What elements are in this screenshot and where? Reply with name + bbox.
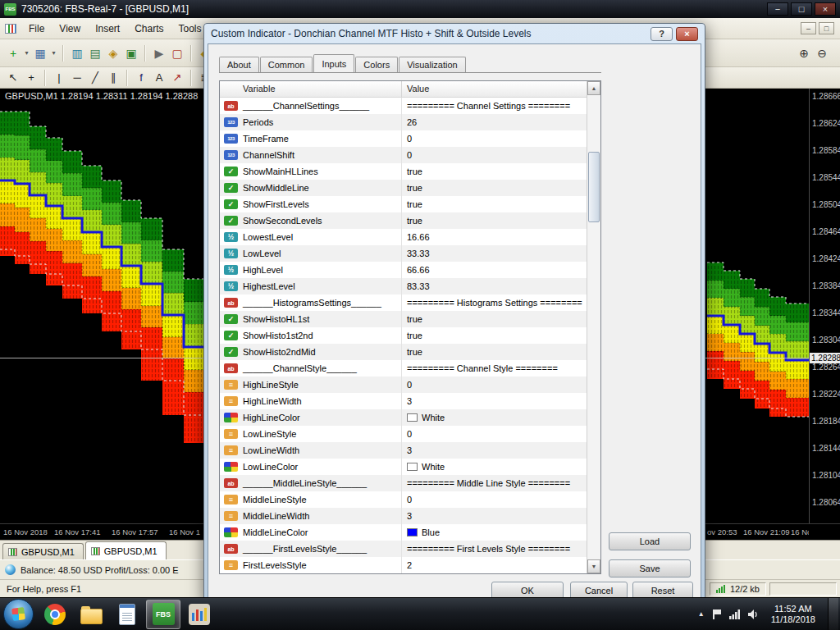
menu-item-file[interactable]: File (21, 20, 52, 38)
dialog-close-button[interactable]: × (676, 27, 698, 41)
action-center-flag-icon[interactable] (712, 609, 722, 619)
column-header-value[interactable]: Value (402, 81, 587, 97)
value-cell[interactable]: White (402, 409, 587, 426)
value-cell[interactable]: 0 (402, 377, 587, 393)
input-row[interactable]: ✓ShowHistoHL1sttrue (220, 311, 587, 327)
input-row[interactable]: ≡HighLineWidth3 (220, 393, 587, 409)
column-header-variable[interactable]: Variable (220, 81, 402, 97)
input-row[interactable]: ✓ShowHisto1st2ndtrue (220, 327, 587, 344)
menu-item-view[interactable]: View (52, 20, 88, 38)
value-cell[interactable]: ========= Histograms Settings ======== (402, 294, 587, 311)
vertical-line-icon[interactable]: | (50, 70, 68, 86)
input-row[interactable]: ✓ShowMiddleLinetrue (220, 180, 587, 196)
input-row[interactable]: ≡MiddleLineWidth3 (220, 508, 587, 524)
network-icon[interactable] (729, 609, 741, 619)
chart-system-menu-icon[interactable] (5, 24, 16, 34)
text-label-icon[interactable]: A (150, 70, 168, 86)
input-row[interactable]: ✓ShowFirstLevelstrue (220, 196, 587, 212)
value-cell[interactable]: 26 (402, 114, 587, 130)
new-chart-icon[interactable]: + (4, 44, 22, 62)
tab-visualization[interactable]: Visualization (399, 57, 466, 72)
dialog-help-button[interactable]: ? (651, 27, 673, 41)
tab-inputs[interactable]: Inputs (313, 54, 354, 72)
connection-status[interactable]: 12/2 kb (710, 582, 766, 596)
value-cell[interactable]: ========= Channel Settings ======== (402, 98, 587, 114)
input-row[interactable]: ✓ShowSecondLevelstrue (220, 212, 587, 229)
dialog-titlebar[interactable]: Custom Indicator - Donchian Channel MTF … (208, 24, 701, 43)
value-cell[interactable]: true (402, 212, 587, 229)
child-minimize-icon[interactable]: – (801, 22, 816, 34)
new-order-icon[interactable]: ▢ (168, 44, 186, 62)
value-cell[interactable]: ========= Middle Line Style ======== (402, 475, 587, 491)
value-cell[interactable]: 3 (402, 508, 587, 524)
cursor-icon[interactable]: ↖ (4, 70, 22, 86)
input-row[interactable]: 123Periods26 (220, 114, 587, 130)
value-cell[interactable]: 66.66 (402, 262, 587, 278)
zoom-in-icon[interactable]: ⊕ (795, 44, 813, 62)
menu-item-charts[interactable]: Charts (127, 20, 171, 38)
input-row[interactable]: MiddleLineColorBlue (220, 524, 587, 541)
tab-about[interactable]: About (219, 57, 259, 72)
scrollbar-thumb[interactable] (588, 152, 600, 222)
input-row[interactable]: ½LowLevel33.33 (220, 245, 587, 262)
navigator-icon[interactable]: ◈ (104, 44, 122, 62)
strategy-tester-icon[interactable]: ▶ (150, 44, 168, 62)
value-cell[interactable]: 0 (402, 130, 587, 147)
market-watch-icon[interactable]: ▥ (68, 44, 86, 62)
input-row[interactable]: 123ChannelShift0 (220, 147, 587, 163)
volume-icon[interactable] (748, 609, 759, 619)
maximize-button[interactable]: □ (791, 2, 812, 16)
value-cell[interactable]: 0 (402, 426, 587, 442)
tab-colors[interactable]: Colors (355, 57, 398, 72)
input-row[interactable]: ≡LowLineWidth3 (220, 442, 587, 459)
input-row[interactable]: ab______HistogramsSettings______========… (220, 294, 587, 311)
zoom-out-icon[interactable]: ⊖ (813, 44, 831, 62)
value-cell[interactable]: true (402, 344, 587, 360)
value-cell[interactable]: 0 (402, 491, 587, 508)
value-cell[interactable]: true (402, 327, 587, 344)
tray-show-hidden-icons[interactable]: ▲ (698, 610, 705, 618)
input-row[interactable]: 123TimeFrame0 (220, 130, 587, 147)
input-row[interactable]: ≡LowLineStyle0 (220, 426, 587, 442)
scroll-up-icon[interactable]: ▲ (587, 81, 600, 95)
value-cell[interactable]: 33.33 (402, 245, 587, 262)
chart-tab[interactable]: GBPUSD,M1 (85, 541, 167, 559)
trendline-icon[interactable]: ╱ (86, 70, 104, 86)
input-row[interactable]: ab______MiddleLineStyle______========= M… (220, 475, 587, 491)
value-cell[interactable]: true (402, 196, 587, 212)
load-button[interactable]: Load (609, 532, 691, 550)
data-window-icon[interactable]: ▤ (86, 44, 104, 62)
taskbar-chrome-icon[interactable] (38, 600, 72, 629)
value-cell[interactable]: Blue (402, 524, 587, 541)
profiles-icon[interactable]: ▦ (31, 44, 49, 62)
input-row[interactable]: ✓ShowMainHLLinestrue (220, 163, 587, 180)
input-row[interactable]: ab______ChannelStyle______========= Chan… (220, 360, 587, 377)
tab-common[interactable]: Common (260, 57, 313, 72)
taskbar-explorer-icon[interactable] (74, 600, 108, 629)
value-cell[interactable]: 2 (402, 557, 587, 573)
arrows-icon[interactable]: ↗ (168, 70, 186, 86)
input-row[interactable]: ½HighLevel66.66 (220, 262, 587, 278)
taskbar-clock[interactable]: 11:52 AM 11/18/2018 (766, 604, 820, 625)
value-cell[interactable]: 3 (402, 442, 587, 459)
fibonacci-icon[interactable]: f (132, 70, 150, 86)
value-cell[interactable]: 0 (402, 147, 587, 163)
value-cell[interactable]: ========= First Levels Style ======== (402, 541, 587, 557)
value-cell[interactable]: true (402, 311, 587, 327)
value-cell[interactable]: true (402, 180, 587, 196)
input-row[interactable]: ½LowestLevel16.66 (220, 229, 587, 245)
horizontal-line-icon[interactable]: ─ (68, 70, 86, 86)
table-scrollbar[interactable]: ▲ ▼ (587, 81, 600, 573)
value-cell[interactable]: 83.33 (402, 278, 587, 294)
input-row[interactable]: LowLineColorWhite (220, 459, 587, 475)
input-row[interactable]: HighLineColorWhite (220, 409, 587, 426)
input-row[interactable]: ≡FirstLevelsStyle2 (220, 557, 587, 573)
profiles-dropdown-icon[interactable]: ▾ (49, 44, 58, 62)
input-row[interactable]: ✓ShowHisto2ndMidtrue (220, 344, 587, 360)
input-row[interactable]: ab______ChannelSettings______========= C… (220, 98, 587, 114)
input-row[interactable]: ≡MiddleLineStyle0 (220, 491, 587, 508)
save-button[interactable]: Save (609, 559, 691, 578)
menu-item-insert[interactable]: Insert (88, 20, 127, 38)
taskbar-mt4-icon[interactable] (182, 600, 217, 629)
new-chart-dropdown-icon[interactable]: ▾ (22, 44, 31, 62)
